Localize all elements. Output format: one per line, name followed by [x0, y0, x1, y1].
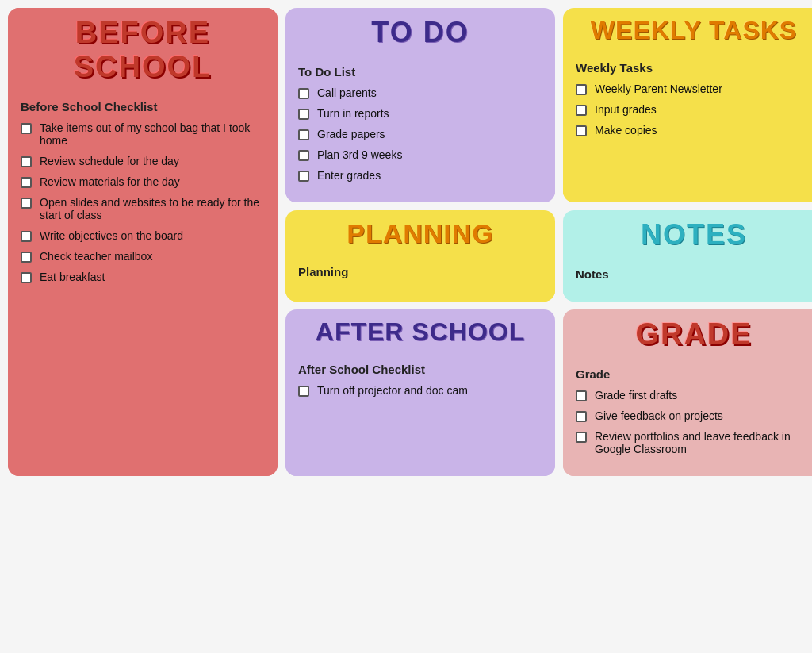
- list-item: Turn in reports: [298, 107, 542, 120]
- checkbox[interactable]: [21, 272, 32, 283]
- list-item: Plan 3rd 9 weeks: [298, 148, 542, 161]
- before-school-header: BEFORE SCHOOL: [8, 8, 278, 90]
- grade-checklist: Grade first drafts Give feedback on proj…: [576, 389, 812, 455]
- checkbox[interactable]: [298, 386, 309, 397]
- checkbox[interactable]: [576, 105, 587, 116]
- after-school-checklist: Turn off projector and doc cam: [298, 384, 542, 397]
- list-item: Review materials for the day: [21, 175, 265, 188]
- grade-section-title: Grade: [576, 367, 812, 381]
- checkbox[interactable]: [21, 123, 32, 134]
- checkbox[interactable]: [298, 150, 309, 161]
- list-item: Make copies: [576, 124, 812, 136]
- checkbox[interactable]: [298, 109, 309, 120]
- weekly-tasks-card: WEEKLY TASKS Weekly Tasks Weekly Parent …: [563, 8, 812, 202]
- checkbox[interactable]: [21, 177, 32, 188]
- before-school-section-title: Before School Checklist: [21, 100, 265, 113]
- list-item: Call parents: [298, 86, 542, 99]
- after-school-header: AFTER SCHOOL: [285, 309, 555, 353]
- list-item: Write objectives on the board: [21, 229, 265, 242]
- grade-body: Grade Grade first drafts Give feedback o…: [563, 358, 812, 476]
- list-item: Eat breakfast: [21, 271, 265, 283]
- notes-section-title: Notes: [576, 267, 812, 281]
- checkbox[interactable]: [21, 252, 32, 263]
- notes-body: Notes: [563, 258, 812, 302]
- list-item: Input grades: [576, 103, 812, 116]
- notes-header: NOTES: [563, 210, 812, 258]
- checkbox[interactable]: [576, 432, 587, 443]
- planning-section-title: Planning: [298, 265, 542, 278]
- checkbox[interactable]: [298, 88, 309, 99]
- before-school-title: BEFORE SCHOOL: [74, 16, 213, 83]
- weekly-tasks-checklist: Weekly Parent Newsletter Input grades Ma…: [576, 83, 812, 136]
- checkbox[interactable]: [576, 390, 587, 401]
- list-item: Review schedule for the day: [21, 155, 265, 167]
- checkbox[interactable]: [21, 231, 32, 242]
- list-item: Open slides and websites to be ready for…: [21, 196, 265, 221]
- grade-title: GRADE: [635, 317, 752, 351]
- todo-body: To Do List Call parents Turn in reports …: [285, 56, 555, 202]
- after-school-card: AFTER SCHOOL After School Checklist Turn…: [285, 309, 555, 476]
- planning-card: PLANNING Planning: [285, 210, 555, 302]
- grade-header: GRADE: [563, 309, 812, 358]
- after-school-section-title: After School Checklist: [298, 363, 542, 376]
- list-item: Turn off projector and doc cam: [298, 384, 542, 397]
- list-item: Check teacher mailbox: [21, 250, 265, 263]
- grade-card: GRADE Grade Grade first drafts Give feed…: [563, 309, 812, 476]
- list-item: Give feedback on projects: [576, 409, 812, 422]
- planning-body: Planning: [285, 255, 555, 302]
- todo-header: TO DO: [285, 8, 555, 56]
- planning-header: PLANNING: [285, 210, 555, 255]
- notes-title: NOTES: [641, 218, 747, 251]
- list-item: Weekly Parent Newsletter: [576, 83, 812, 95]
- checkbox[interactable]: [21, 198, 32, 209]
- todo-checklist: Call parents Turn in reports Grade paper…: [298, 86, 542, 182]
- after-school-body: After School Checklist Turn off projecto…: [285, 353, 555, 476]
- list-item: Grade first drafts: [576, 389, 812, 401]
- checkbox[interactable]: [298, 129, 309, 140]
- weekly-tasks-section-title: Weekly Tasks: [576, 61, 812, 75]
- after-school-title: AFTER SCHOOL: [316, 317, 525, 346]
- todo-title: TO DO: [371, 16, 469, 48]
- weekly-tasks-body: Weekly Tasks Weekly Parent Newsletter In…: [563, 52, 812, 202]
- checkbox[interactable]: [21, 156, 32, 167]
- list-item: Review portfolios and leave feedback in …: [576, 430, 812, 455]
- checkbox[interactable]: [576, 125, 587, 136]
- checkbox[interactable]: [576, 84, 587, 95]
- checkbox[interactable]: [298, 171, 309, 182]
- weekly-tasks-title: WEEKLY TASKS: [591, 16, 797, 44]
- todo-section-title: To Do List: [298, 65, 542, 79]
- todo-card: TO DO To Do List Call parents Turn in re…: [285, 8, 555, 202]
- checkbox[interactable]: [576, 411, 587, 422]
- before-school-body: Before School Checklist Take items out o…: [8, 90, 278, 476]
- list-item: Enter grades: [298, 169, 542, 182]
- before-school-card: BEFORE SCHOOL Before School Checklist Ta…: [8, 8, 278, 476]
- planning-title: PLANNING: [347, 218, 494, 248]
- weekly-tasks-header: WEEKLY TASKS: [563, 8, 812, 52]
- notes-card: NOTES Notes: [563, 210, 812, 302]
- main-grid: BEFORE SCHOOL Before School Checklist Ta…: [8, 8, 804, 476]
- before-school-checklist: Take items out of my school bag that I t…: [21, 121, 265, 283]
- list-item: Grade papers: [298, 128, 542, 140]
- list-item: Take items out of my school bag that I t…: [21, 121, 265, 147]
